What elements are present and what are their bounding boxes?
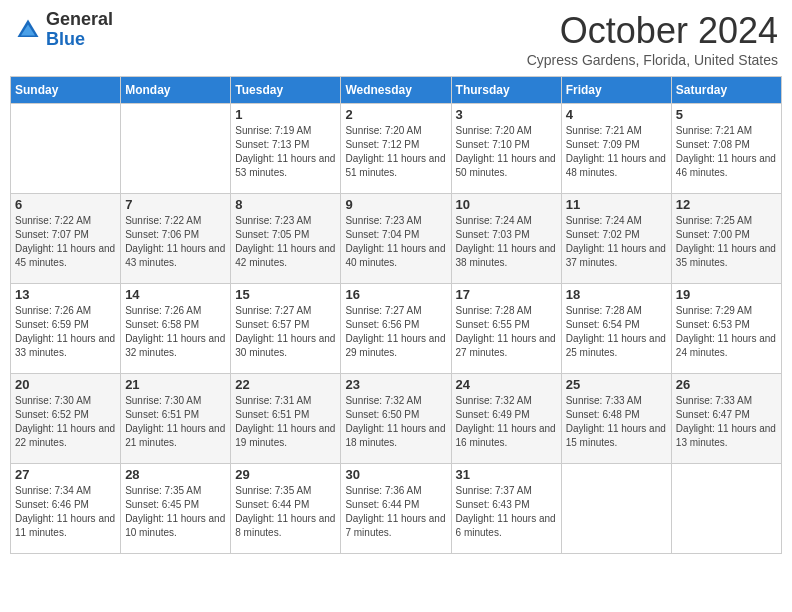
calendar-header-monday: Monday [121, 77, 231, 104]
calendar-cell: 5Sunrise: 7:21 AM Sunset: 7:08 PM Daylig… [671, 104, 781, 194]
day-info: Sunrise: 7:33 AM Sunset: 6:48 PM Dayligh… [566, 394, 667, 450]
calendar-cell: 28Sunrise: 7:35 AM Sunset: 6:45 PM Dayli… [121, 464, 231, 554]
day-info: Sunrise: 7:26 AM Sunset: 6:58 PM Dayligh… [125, 304, 226, 360]
calendar-header-saturday: Saturday [671, 77, 781, 104]
calendar-week-1: 6Sunrise: 7:22 AM Sunset: 7:07 PM Daylig… [11, 194, 782, 284]
day-info: Sunrise: 7:36 AM Sunset: 6:44 PM Dayligh… [345, 484, 446, 540]
day-info: Sunrise: 7:22 AM Sunset: 7:07 PM Dayligh… [15, 214, 116, 270]
day-info: Sunrise: 7:29 AM Sunset: 6:53 PM Dayligh… [676, 304, 777, 360]
day-number: 31 [456, 467, 557, 482]
day-number: 28 [125, 467, 226, 482]
day-number: 16 [345, 287, 446, 302]
calendar-header-friday: Friday [561, 77, 671, 104]
day-number: 24 [456, 377, 557, 392]
calendar-cell: 8Sunrise: 7:23 AM Sunset: 7:05 PM Daylig… [231, 194, 341, 284]
day-number: 29 [235, 467, 336, 482]
day-info: Sunrise: 7:21 AM Sunset: 7:09 PM Dayligh… [566, 124, 667, 180]
calendar-cell: 11Sunrise: 7:24 AM Sunset: 7:02 PM Dayli… [561, 194, 671, 284]
day-number: 17 [456, 287, 557, 302]
location: Cypress Gardens, Florida, United States [527, 52, 778, 68]
day-info: Sunrise: 7:32 AM Sunset: 6:50 PM Dayligh… [345, 394, 446, 450]
calendar-week-2: 13Sunrise: 7:26 AM Sunset: 6:59 PM Dayli… [11, 284, 782, 374]
calendar-cell [121, 104, 231, 194]
day-info: Sunrise: 7:27 AM Sunset: 6:56 PM Dayligh… [345, 304, 446, 360]
calendar-cell: 27Sunrise: 7:34 AM Sunset: 6:46 PM Dayli… [11, 464, 121, 554]
day-info: Sunrise: 7:19 AM Sunset: 7:13 PM Dayligh… [235, 124, 336, 180]
calendar-cell: 3Sunrise: 7:20 AM Sunset: 7:10 PM Daylig… [451, 104, 561, 194]
day-number: 12 [676, 197, 777, 212]
calendar-cell: 23Sunrise: 7:32 AM Sunset: 6:50 PM Dayli… [341, 374, 451, 464]
calendar-table: SundayMondayTuesdayWednesdayThursdayFrid… [10, 76, 782, 554]
day-number: 5 [676, 107, 777, 122]
calendar-cell: 4Sunrise: 7:21 AM Sunset: 7:09 PM Daylig… [561, 104, 671, 194]
calendar-cell: 1Sunrise: 7:19 AM Sunset: 7:13 PM Daylig… [231, 104, 341, 194]
day-number: 18 [566, 287, 667, 302]
calendar-cell: 19Sunrise: 7:29 AM Sunset: 6:53 PM Dayli… [671, 284, 781, 374]
calendar-cell: 12Sunrise: 7:25 AM Sunset: 7:00 PM Dayli… [671, 194, 781, 284]
day-number: 30 [345, 467, 446, 482]
day-number: 7 [125, 197, 226, 212]
day-number: 1 [235, 107, 336, 122]
page-header: General Blue October 2024 Cypress Garden… [10, 10, 782, 68]
calendar-cell: 26Sunrise: 7:33 AM Sunset: 6:47 PM Dayli… [671, 374, 781, 464]
title-section: October 2024 Cypress Gardens, Florida, U… [527, 10, 778, 68]
day-info: Sunrise: 7:30 AM Sunset: 6:52 PM Dayligh… [15, 394, 116, 450]
day-info: Sunrise: 7:28 AM Sunset: 6:55 PM Dayligh… [456, 304, 557, 360]
day-info: Sunrise: 7:37 AM Sunset: 6:43 PM Dayligh… [456, 484, 557, 540]
day-info: Sunrise: 7:26 AM Sunset: 6:59 PM Dayligh… [15, 304, 116, 360]
day-info: Sunrise: 7:22 AM Sunset: 7:06 PM Dayligh… [125, 214, 226, 270]
calendar-week-0: 1Sunrise: 7:19 AM Sunset: 7:13 PM Daylig… [11, 104, 782, 194]
day-number: 2 [345, 107, 446, 122]
calendar-cell: 30Sunrise: 7:36 AM Sunset: 6:44 PM Dayli… [341, 464, 451, 554]
calendar-cell: 17Sunrise: 7:28 AM Sunset: 6:55 PM Dayli… [451, 284, 561, 374]
day-number: 22 [235, 377, 336, 392]
day-number: 3 [456, 107, 557, 122]
day-info: Sunrise: 7:25 AM Sunset: 7:00 PM Dayligh… [676, 214, 777, 270]
calendar-header-row: SundayMondayTuesdayWednesdayThursdayFrid… [11, 77, 782, 104]
calendar-header-wednesday: Wednesday [341, 77, 451, 104]
day-number: 13 [15, 287, 116, 302]
calendar-cell [671, 464, 781, 554]
calendar-week-4: 27Sunrise: 7:34 AM Sunset: 6:46 PM Dayli… [11, 464, 782, 554]
calendar-cell: 2Sunrise: 7:20 AM Sunset: 7:12 PM Daylig… [341, 104, 451, 194]
day-number: 23 [345, 377, 446, 392]
day-info: Sunrise: 7:23 AM Sunset: 7:05 PM Dayligh… [235, 214, 336, 270]
day-info: Sunrise: 7:24 AM Sunset: 7:03 PM Dayligh… [456, 214, 557, 270]
day-info: Sunrise: 7:20 AM Sunset: 7:12 PM Dayligh… [345, 124, 446, 180]
calendar-cell: 6Sunrise: 7:22 AM Sunset: 7:07 PM Daylig… [11, 194, 121, 284]
day-info: Sunrise: 7:31 AM Sunset: 6:51 PM Dayligh… [235, 394, 336, 450]
day-number: 6 [15, 197, 116, 212]
logo-general: General [46, 10, 113, 30]
day-info: Sunrise: 7:20 AM Sunset: 7:10 PM Dayligh… [456, 124, 557, 180]
day-number: 8 [235, 197, 336, 212]
day-number: 26 [676, 377, 777, 392]
calendar-cell: 10Sunrise: 7:24 AM Sunset: 7:03 PM Dayli… [451, 194, 561, 284]
calendar-cell: 9Sunrise: 7:23 AM Sunset: 7:04 PM Daylig… [341, 194, 451, 284]
calendar-cell: 25Sunrise: 7:33 AM Sunset: 6:48 PM Dayli… [561, 374, 671, 464]
logo-blue: Blue [46, 30, 113, 50]
calendar-cell: 15Sunrise: 7:27 AM Sunset: 6:57 PM Dayli… [231, 284, 341, 374]
calendar-header-thursday: Thursday [451, 77, 561, 104]
day-info: Sunrise: 7:32 AM Sunset: 6:49 PM Dayligh… [456, 394, 557, 450]
day-number: 4 [566, 107, 667, 122]
calendar-header-tuesday: Tuesday [231, 77, 341, 104]
calendar-cell [11, 104, 121, 194]
calendar-header-sunday: Sunday [11, 77, 121, 104]
calendar-cell: 16Sunrise: 7:27 AM Sunset: 6:56 PM Dayli… [341, 284, 451, 374]
calendar-cell: 18Sunrise: 7:28 AM Sunset: 6:54 PM Dayli… [561, 284, 671, 374]
calendar-cell: 21Sunrise: 7:30 AM Sunset: 6:51 PM Dayli… [121, 374, 231, 464]
day-info: Sunrise: 7:28 AM Sunset: 6:54 PM Dayligh… [566, 304, 667, 360]
day-number: 21 [125, 377, 226, 392]
day-info: Sunrise: 7:23 AM Sunset: 7:04 PM Dayligh… [345, 214, 446, 270]
calendar-cell: 20Sunrise: 7:30 AM Sunset: 6:52 PM Dayli… [11, 374, 121, 464]
day-number: 14 [125, 287, 226, 302]
day-info: Sunrise: 7:21 AM Sunset: 7:08 PM Dayligh… [676, 124, 777, 180]
logo: General Blue [14, 10, 113, 50]
day-number: 15 [235, 287, 336, 302]
day-number: 27 [15, 467, 116, 482]
calendar-cell: 14Sunrise: 7:26 AM Sunset: 6:58 PM Dayli… [121, 284, 231, 374]
day-number: 20 [15, 377, 116, 392]
day-number: 11 [566, 197, 667, 212]
calendar-cell: 24Sunrise: 7:32 AM Sunset: 6:49 PM Dayli… [451, 374, 561, 464]
calendar-week-3: 20Sunrise: 7:30 AM Sunset: 6:52 PM Dayli… [11, 374, 782, 464]
